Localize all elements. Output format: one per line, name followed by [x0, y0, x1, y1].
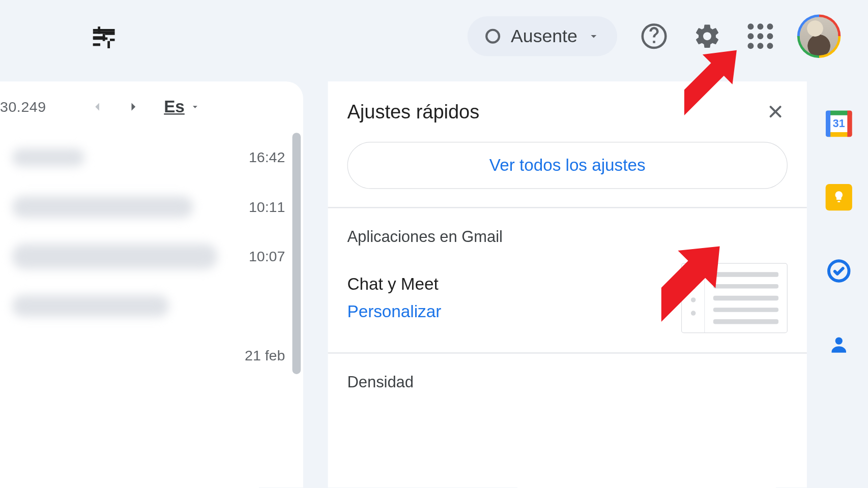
- google-apps-button[interactable]: [744, 20, 776, 52]
- chat-meet-row: Chat y Meet Personalizar: [348, 263, 788, 333]
- keep-app-button[interactable]: [826, 184, 852, 210]
- calendar-icon: 31: [826, 110, 852, 137]
- see-all-settings-button[interactable]: Ver todos los ajustes: [348, 142, 788, 189]
- chat-meet-preview[interactable]: [681, 263, 788, 333]
- contacts-icon: [828, 333, 850, 355]
- mail-scrollbar[interactable]: [293, 133, 301, 374]
- mail-row[interactable]: 21 feb: [0, 330, 303, 380]
- mail-list: 16:42 10:11 10:07 21 feb: [0, 133, 303, 380]
- settings-gear-button[interactable]: [691, 20, 724, 52]
- mail-row[interactable]: [0, 281, 303, 330]
- side-panel: 31: [810, 81, 868, 487]
- mail-next-button[interactable]: [115, 88, 152, 125]
- header-left: [0, 0, 447, 72]
- account-avatar[interactable]: [797, 14, 841, 57]
- customize-chat-meet-link[interactable]: Personalizar: [348, 302, 442, 322]
- quick-settings-title: Ajustes rápidos: [348, 101, 480, 123]
- mail-row-time: 10:07: [249, 248, 285, 264]
- mail-toolbar: 30.249 Es: [0, 81, 303, 133]
- apps-grid-icon: [748, 23, 773, 49]
- mail-row-time: 21 feb: [245, 347, 285, 363]
- svg-point-6: [835, 338, 843, 345]
- density-section-title: Densidad: [348, 373, 788, 392]
- apps-in-gmail-section: Aplicaciones en Gmail Chat y Meet Person…: [328, 207, 807, 352]
- mail-row-time: 10:11: [249, 198, 285, 215]
- quick-settings-header: Ajustes rápidos: [328, 81, 807, 142]
- input-language-button[interactable]: Es: [152, 97, 200, 116]
- mail-row-content: [12, 295, 169, 317]
- main-content: 30.249 Es 16:42: [0, 81, 868, 487]
- apps-section-title: Aplicaciones en Gmail: [348, 227, 788, 246]
- help-button[interactable]: [638, 20, 670, 52]
- mail-row-content: [12, 196, 193, 218]
- contacts-app-button[interactable]: [826, 331, 852, 358]
- app-header: Ausente: [0, 0, 868, 72]
- status-chip[interactable]: Ausente: [468, 16, 617, 56]
- see-all-settings-label: Ver todos los ajustes: [489, 156, 646, 175]
- mail-pagination-count: 30.249: [0, 98, 46, 115]
- away-status-icon: [484, 28, 501, 45]
- svg-rect-0: [107, 41, 110, 48]
- chevron-down-icon: [587, 29, 600, 43]
- calendar-app-button[interactable]: 31: [826, 110, 852, 137]
- mail-row-time: 16:42: [249, 149, 285, 166]
- svg-rect-2: [98, 26, 100, 34]
- mail-prev-button[interactable]: [79, 88, 115, 125]
- status-label: Ausente: [511, 26, 577, 46]
- mail-row[interactable]: 10:07: [0, 232, 303, 281]
- tasks-app-button[interactable]: [826, 258, 852, 284]
- svg-point-3: [486, 30, 499, 43]
- tasks-icon: [827, 259, 851, 283]
- input-language-label: Es: [164, 97, 185, 116]
- avatar-photo: [800, 17, 838, 55]
- tune-icon[interactable]: [88, 22, 120, 53]
- mail-row[interactable]: 16:42: [0, 133, 303, 182]
- mail-panel: 30.249 Es 16:42: [0, 81, 303, 487]
- keep-icon: [831, 190, 846, 204]
- quick-settings-panel: Ajustes rápidos Ver todos los ajustes Ap…: [328, 81, 807, 487]
- chat-meet-label: Chat y Meet: [348, 274, 442, 294]
- svg-rect-1: [103, 34, 105, 41]
- mail-row-content: [12, 243, 218, 269]
- close-quick-settings-button[interactable]: [763, 100, 787, 124]
- mail-row-content: [12, 148, 84, 166]
- density-section: Densidad: [328, 352, 807, 394]
- mail-row[interactable]: 10:11: [0, 182, 303, 231]
